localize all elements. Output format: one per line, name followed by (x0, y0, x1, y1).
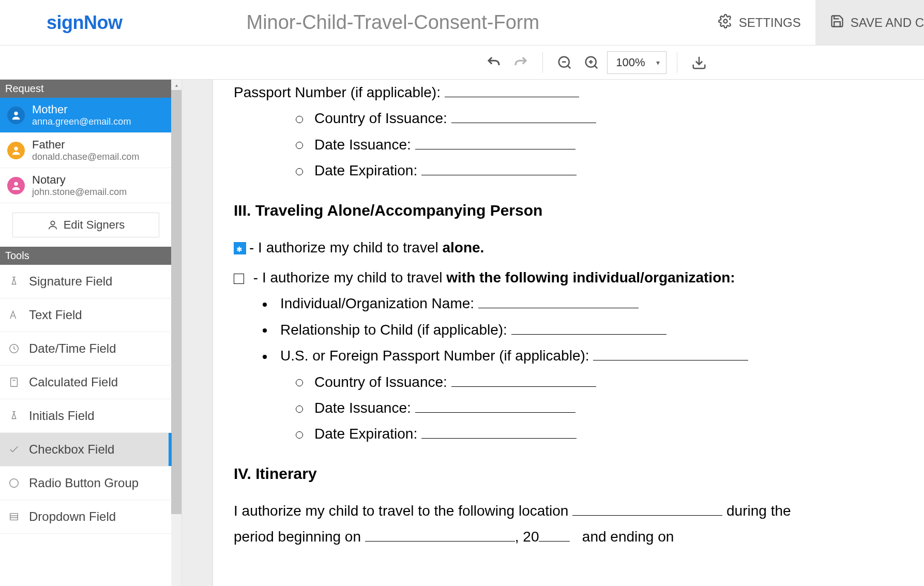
scrollbar-thumb[interactable] (171, 90, 181, 514)
tool-label: Text Field (29, 308, 82, 322)
tool-label: Radio Button Group (29, 476, 139, 490)
svg-rect-19 (10, 514, 18, 520)
signer-name: Father (32, 138, 139, 152)
settings-label: SETTINGS (739, 16, 801, 30)
sidebar: ▴ Request Mother anna.green@email.com Fa… (0, 80, 182, 586)
blank-line (539, 541, 570, 542)
separator (542, 52, 543, 73)
settings-button[interactable]: SETTINGS (704, 0, 815, 45)
text-bold: alone. (442, 239, 484, 256)
tool-datetime-field[interactable]: Date/Time Field (0, 332, 172, 366)
undo-button[interactable] (482, 51, 505, 74)
signer-mother[interactable]: Mother anna.green@email.com (0, 98, 172, 133)
tool-label: Checkbox Field (29, 442, 114, 457)
blank-line (415, 149, 575, 149)
circle-bullet (296, 379, 303, 386)
document-page[interactable]: Passport Number (if applicable): Country… (213, 80, 924, 586)
document-area[interactable]: Passport Number (if applicable): Country… (182, 80, 924, 586)
tool-label: Date/Time Field (29, 341, 116, 356)
field-label: Passport Number (if applicable): (234, 84, 441, 100)
blank-line (572, 515, 722, 516)
text: - I authorize my child to travel (249, 269, 446, 286)
svg-point-12 (51, 221, 54, 225)
dot-bullet (263, 355, 267, 359)
redo-button[interactable] (509, 51, 532, 74)
separator (677, 52, 677, 73)
zoom-out-button[interactable] (553, 51, 576, 74)
tool-calculated-field[interactable]: Calculated Field (0, 366, 172, 399)
signer-name: Mother (32, 103, 131, 116)
field-label: Country of Issuance: (314, 110, 447, 126)
dot-bullet (263, 303, 267, 307)
zoom-select[interactable]: 100% (607, 51, 666, 74)
download-button[interactable] (688, 51, 710, 74)
svg-line-5 (595, 65, 597, 68)
tools-header: Tools (0, 247, 172, 265)
blank-line (365, 541, 515, 542)
document-toolbar: 100% (0, 46, 924, 80)
text: during the (726, 503, 791, 519)
text: - I authorize my child to travel (249, 239, 442, 256)
tool-dropdown-field[interactable]: Dropdown Field (0, 500, 172, 534)
circle-bullet (296, 405, 303, 413)
zoom-in-button[interactable] (580, 51, 603, 74)
svg-point-18 (10, 479, 19, 488)
request-header: Request (0, 80, 172, 98)
text: period beginning on (234, 529, 361, 545)
calculator-icon (7, 375, 21, 389)
initials-icon (7, 409, 21, 423)
tool-radio-button-group[interactable]: Radio Button Group (0, 467, 172, 500)
person-icon (47, 219, 58, 231)
blank-line (478, 308, 639, 308)
svg-point-9 (14, 111, 18, 115)
blank-line (451, 123, 596, 123)
tool-label: Signature Field (29, 274, 112, 289)
blank-line (511, 334, 667, 335)
field-label: Country of Issuance: (314, 374, 447, 390)
blank-line (593, 360, 748, 360)
checkbox-field-placed[interactable] (234, 242, 246, 254)
edit-signers-button[interactable]: Edit Signers (12, 213, 159, 237)
text: I authorize my child to travel to the fo… (234, 503, 568, 519)
text-bold: with the following individual/organizati… (446, 269, 735, 286)
document-title[interactable]: Minor-Child-Travel-Consent-Form (247, 11, 540, 34)
dot-bullet (263, 328, 267, 333)
gear-icon (718, 14, 733, 32)
save-icon (830, 14, 844, 32)
dropdown-icon (7, 510, 21, 523)
text: , 20 (515, 529, 539, 545)
tool-signature-field[interactable]: Signature Field (0, 265, 172, 298)
signer-father[interactable]: Father donald.chase@email.com (0, 133, 172, 168)
signer-notary[interactable]: Notary john.stone@email.com (0, 168, 172, 203)
blank-line (415, 412, 575, 413)
scroll-up-arrow[interactable]: ▴ (171, 80, 181, 90)
svg-point-10 (14, 146, 18, 150)
text-icon (7, 308, 21, 322)
field-label: Date Expiration: (314, 426, 417, 442)
tool-checkbox-field[interactable]: Checkbox Field (0, 433, 172, 467)
check-icon (7, 443, 21, 456)
save-button[interactable]: SAVE AND C (815, 0, 924, 45)
field-label: U.S. or Foreign Passport Number (if appl… (280, 348, 589, 364)
tool-label: Initials Field (29, 409, 95, 423)
tool-label: Calculated Field (29, 375, 118, 389)
signature-icon (7, 275, 21, 288)
circle-bullet (296, 431, 303, 439)
field-label: Date Issuance: (314, 137, 411, 153)
circle-bullet (296, 116, 303, 123)
svg-line-2 (568, 65, 570, 68)
edit-signers-label: Edit Signers (64, 218, 125, 232)
field-label: Date Issuance: (314, 400, 411, 416)
circle-bullet (296, 142, 303, 149)
save-label: SAVE AND C (851, 16, 924, 30)
blank-line (421, 438, 577, 439)
tool-initials-field[interactable]: Initials Field (0, 399, 172, 433)
logo: signNow (47, 12, 123, 34)
tool-text-field[interactable]: Text Field (0, 298, 172, 332)
signer-email: john.stone@email.com (32, 187, 127, 198)
blank-line (451, 386, 596, 387)
field-label: Individual/Organization Name: (280, 295, 474, 311)
page-gutter (182, 80, 213, 586)
signer-email: anna.green@email.com (32, 116, 131, 127)
section-heading: III. Traveling Alone/Accompanying Person (234, 202, 903, 219)
